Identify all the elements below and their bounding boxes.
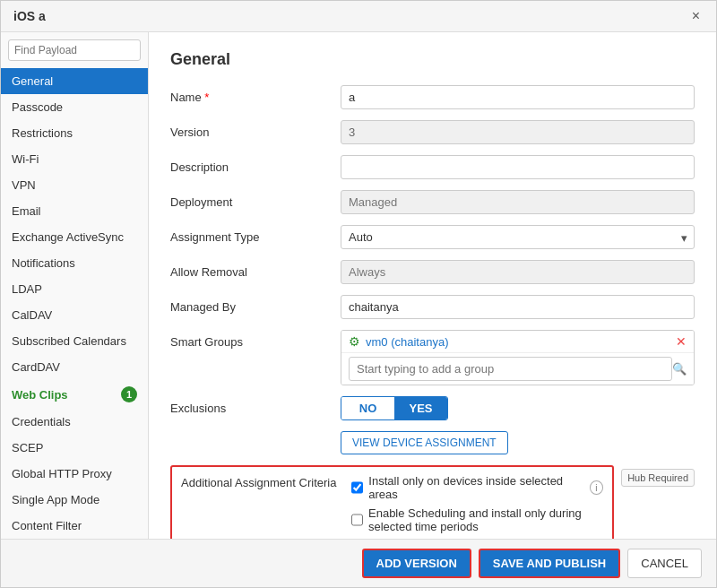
sidebar-item-carddav[interactable]: CardDAV: [1, 354, 148, 380]
hub-required-label: Hub Required: [621, 469, 695, 487]
deployment-label: Deployment: [170, 190, 341, 209]
criteria-controls: Install only on devices inside selected …: [351, 474, 603, 539]
assignment-type-label: Assignment Type: [170, 225, 341, 244]
description-label: Description: [170, 155, 341, 174]
sidebar-item-subscribed[interactable]: Subscribed Calendars: [1, 328, 148, 354]
sidebar-item-restrictions[interactable]: Restrictions: [1, 120, 148, 146]
install-only-label: Install only on devices inside selected …: [368, 474, 584, 501]
smart-groups-row: Smart Groups ⚙ vm0 (chaitanya) ✕ 🔍: [170, 330, 695, 385]
sidebar-item-caldav[interactable]: CalDAV: [1, 302, 148, 328]
name-control: [341, 85, 695, 109]
smart-group-icon: ⚙: [349, 334, 360, 349]
sidebar-item-label: Content Filter: [12, 519, 82, 532]
smart-groups-input-row: 🔍: [341, 352, 694, 385]
search-icon: 🔍: [672, 362, 687, 376]
smart-group-name[interactable]: vm0 (chaitanya): [366, 335, 670, 349]
modal-title: iOS a: [13, 9, 46, 23]
sidebar-item-scep[interactable]: SCEP: [1, 435, 148, 461]
exclusions-no-button[interactable]: NO: [341, 397, 394, 419]
sidebar-item-notifications[interactable]: Notifications: [1, 250, 148, 276]
sidebar-item-passcode[interactable]: Passcode: [1, 94, 148, 120]
sidebar-item-label: Restrictions: [12, 126, 73, 140]
sidebar-item-ldap[interactable]: LDAP: [1, 276, 148, 302]
sidebar-item-email[interactable]: Email: [1, 198, 148, 224]
exclusions-yes-button[interactable]: YES: [394, 397, 447, 419]
smart-groups-control: ⚙ vm0 (chaitanya) ✕ 🔍: [341, 330, 695, 385]
sidebar-item-label: Passcode: [12, 100, 63, 114]
managed-by-input[interactable]: [341, 295, 695, 319]
sidebar-item-singleapp[interactable]: Single App Mode: [1, 487, 148, 513]
version-control: [341, 120, 695, 144]
allow-removal-label: Allow Removal: [170, 260, 341, 279]
exclusions-label: Exclusions: [170, 396, 341, 415]
description-control: [341, 155, 695, 179]
sidebar-item-label: CalDAV: [12, 308, 52, 322]
allow-removal-row: Allow Removal: [170, 260, 695, 284]
install-only-checkbox[interactable]: [351, 481, 363, 494]
add-version-button[interactable]: ADD VERSION: [362, 549, 471, 578]
sidebar-item-label: CardDAV: [12, 360, 60, 374]
sidebar-item-webclips[interactable]: Web Clips1: [1, 380, 148, 409]
managed-by-label: Managed By: [170, 295, 341, 314]
view-device-button[interactable]: VIEW DEVICE ASSIGNMENT: [341, 431, 508, 454]
sidebar-item-contentfilter[interactable]: Content Filter: [1, 513, 148, 539]
view-device-control: VIEW DEVICE ASSIGNMENT: [341, 431, 695, 454]
smart-groups-search-input[interactable]: [349, 357, 672, 381]
assignment-type-select[interactable]: Auto Manual Optional: [341, 225, 695, 249]
enable-scheduling-row: Enable Scheduling and install only durin…: [351, 506, 603, 533]
allow-removal-input: [341, 260, 695, 284]
criteria-label: Additional Assignment Criteria: [181, 474, 344, 489]
search-input[interactable]: [8, 39, 141, 61]
sidebar-item-globalhttp[interactable]: Global HTTP Proxy: [1, 461, 148, 487]
sidebar-item-label: Exchange ActiveSync: [12, 230, 124, 244]
sidebar-item-label: Wi-Fi: [12, 152, 39, 166]
main-content: General Name * Version Descr: [149, 32, 716, 539]
sidebar-item-label: Credentials: [12, 415, 71, 428]
assignment-type-row: Assignment Type Auto Manual Optional: [170, 225, 695, 249]
sidebar-item-label: Notifications: [12, 256, 75, 270]
sidebar: GeneralPasscodeRestrictionsWi-FiVPNEmail…: [1, 32, 149, 539]
smart-group-remove-icon[interactable]: ✕: [676, 334, 687, 349]
close-button[interactable]: ×: [688, 8, 704, 24]
modal-body: GeneralPasscodeRestrictionsWi-FiVPNEmail…: [1, 32, 716, 539]
version-row: Version: [170, 120, 695, 144]
sidebar-item-label: Web Clips: [12, 388, 68, 402]
exclusions-row: Exclusions NO YES: [170, 396, 695, 420]
modal-window: iOS a × GeneralPasscodeRestrictionsWi-Fi…: [0, 0, 717, 588]
view-device-row: VIEW DEVICE ASSIGNMENT: [170, 431, 695, 454]
version-input: [341, 120, 695, 144]
sidebar-item-label: General: [12, 74, 53, 88]
criteria-row: Additional Assignment Criteria Install o…: [181, 474, 603, 539]
modal-titlebar: iOS a ×: [1, 1, 716, 32]
modal-footer: ADD VERSION SAVE AND PUBLISH CANCEL: [1, 539, 716, 587]
sidebar-item-vpn[interactable]: VPN: [1, 172, 148, 198]
section-title: General: [170, 50, 695, 69]
enable-scheduling-checkbox[interactable]: [351, 514, 363, 526]
smart-groups-box: ⚙ vm0 (chaitanya) ✕ 🔍: [341, 330, 695, 385]
smart-groups-label: Smart Groups: [170, 330, 341, 349]
cancel-button[interactable]: CANCEL: [627, 549, 702, 578]
managed-by-row: Managed By: [170, 295, 695, 319]
sidebar-item-general[interactable]: General: [1, 68, 148, 94]
name-row: Name *: [170, 85, 695, 109]
sidebar-item-wifi[interactable]: Wi-Fi: [1, 146, 148, 172]
sidebar-badge: 1: [121, 386, 137, 402]
sidebar-item-exchange[interactable]: Exchange ActiveSync: [1, 224, 148, 250]
description-input[interactable]: [341, 155, 695, 179]
install-only-row: Install only on devices inside selected …: [351, 474, 603, 501]
version-label: Version: [170, 120, 341, 139]
save-publish-button[interactable]: SAVE AND PUBLISH: [479, 549, 620, 578]
managed-by-control: [341, 295, 695, 319]
info-icon[interactable]: i: [590, 480, 603, 495]
sidebar-item-label: Email: [12, 204, 41, 218]
sidebar-search-container: [8, 39, 141, 61]
deployment-control: [341, 190, 695, 214]
assignment-type-select-wrapper: Auto Manual Optional: [341, 225, 695, 249]
sidebar-item-label: Single App Mode: [12, 493, 99, 506]
name-input[interactable]: [341, 85, 695, 109]
sidebar-item-label: LDAP: [12, 282, 42, 296]
deployment-row: Deployment: [170, 190, 695, 214]
deployment-input: [341, 190, 695, 214]
sidebar-item-label: VPN: [12, 178, 36, 192]
sidebar-item-credentials[interactable]: Credentials: [1, 409, 148, 435]
